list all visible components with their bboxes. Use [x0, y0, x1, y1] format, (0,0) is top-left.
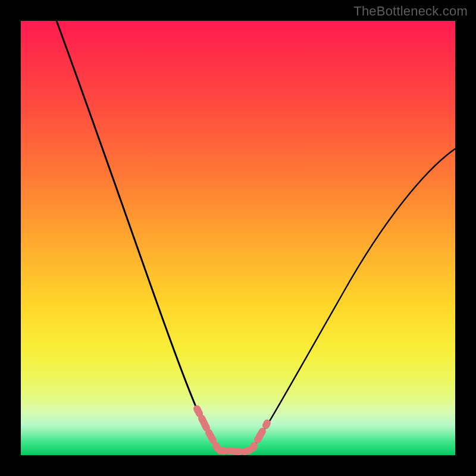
dot-seg — [245, 450, 249, 452]
curve-overlay — [21, 21, 455, 455]
dot-seg — [253, 446, 254, 448]
dot-seg — [216, 446, 217, 448]
watermark-text: TheBottleneck.com — [353, 4, 468, 19]
dot-seg — [229, 451, 240, 452]
dot-seg — [220, 450, 224, 451]
left-curve — [57, 21, 218, 449]
plot-area — [21, 21, 455, 455]
floor-dots — [197, 409, 267, 452]
dot-seg — [209, 433, 213, 440]
dot-seg — [258, 431, 262, 440]
dot-seg — [197, 409, 199, 414]
dot-seg — [202, 418, 206, 428]
dot-seg — [266, 423, 267, 425]
right-curve — [252, 149, 455, 449]
chart-frame: TheBottleneck.com — [0, 0, 476, 476]
